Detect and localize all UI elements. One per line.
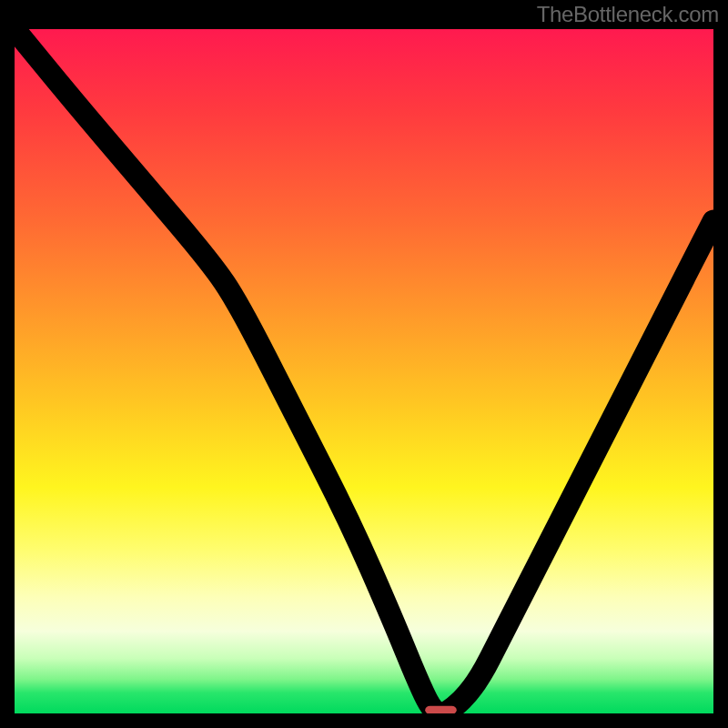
chart-frame: TheBottleneck.com — [0, 0, 728, 728]
bottleneck-curve — [15, 29, 713, 713]
optimum-marker — [425, 706, 457, 713]
watermark-text: TheBottleneck.com — [537, 2, 719, 27]
curve-svg — [15, 29, 713, 713]
plot-area — [15, 29, 713, 713]
